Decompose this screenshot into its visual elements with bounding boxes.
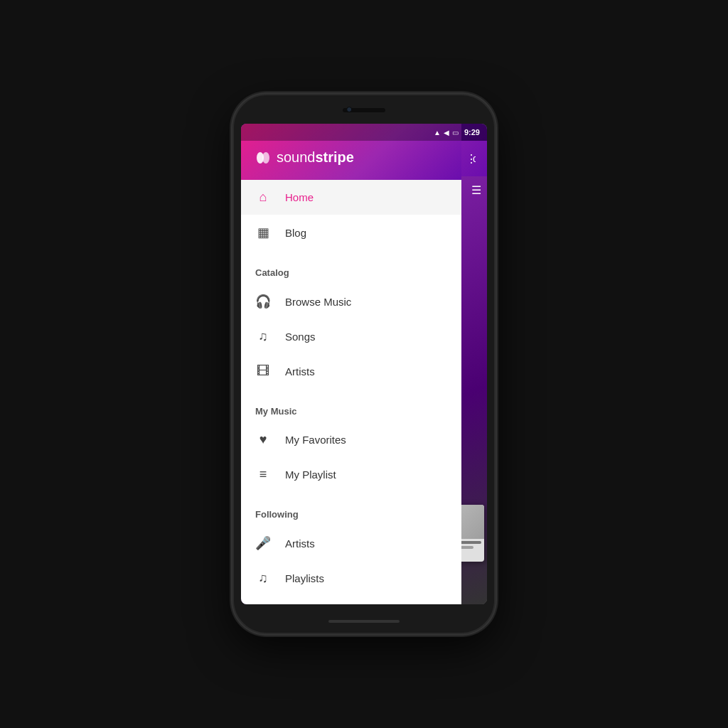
heart-icon: ♥ xyxy=(255,432,271,447)
blog-label: Blog xyxy=(285,227,306,239)
browse-music-label: Browse Music xyxy=(285,296,351,308)
phone-screen: ▲ ◀ ▭ 9:29 d Mu... ⋮ ☰ xyxy=(241,124,487,604)
songs-icon: ♫ xyxy=(255,329,271,344)
card-bar-2 xyxy=(461,546,473,549)
content-background: ☰ xyxy=(461,176,487,604)
menu-item-blog[interactable]: ▦ Blog xyxy=(241,215,461,250)
playlists-icon: ♫ xyxy=(255,571,271,586)
phone-device: ▲ ◀ ▭ 9:29 d Mu... ⋮ ☰ xyxy=(232,94,496,634)
battery-icon: ▭ xyxy=(452,129,459,136)
my-music-section-header: My Music xyxy=(241,395,461,422)
menu-item-my-favorites[interactable]: ♥ My Favorites xyxy=(241,422,461,457)
my-playlist-label: My Playlist xyxy=(285,469,336,481)
menu-item-home[interactable]: ⌂ Home xyxy=(241,180,461,215)
playlist-icon: ≡ xyxy=(255,467,271,482)
playlists-label: Playlists xyxy=(285,572,324,584)
my-favorites-label: My Favorites xyxy=(285,434,346,446)
artists-catalog-icon: 🎞 xyxy=(255,364,271,379)
phone-bottom-bar xyxy=(328,620,400,623)
home-label: Home xyxy=(285,191,314,203)
more-options-icon[interactable]: ⋮ xyxy=(466,152,477,166)
logo-text: soundstripe xyxy=(277,149,354,166)
songs-label: Songs xyxy=(285,331,316,343)
microphone-icon: 🎤 xyxy=(255,535,271,551)
menu-item-my-playlist[interactable]: ≡ My Playlist xyxy=(241,457,461,492)
following-section-header: Following xyxy=(241,498,461,525)
menu-item-following-artists[interactable]: 🎤 Artists xyxy=(241,525,461,561)
my-profile-section-header: My Profile xyxy=(241,601,461,604)
soundstripe-logo-icon xyxy=(255,150,271,166)
following-artists-label: Artists xyxy=(285,537,315,550)
phone-camera xyxy=(346,107,352,112)
main-content: ☰ xyxy=(461,176,487,604)
blog-icon: ▦ xyxy=(255,225,271,240)
background-card xyxy=(461,505,484,562)
svg-point-1 xyxy=(262,152,269,164)
card-bar-1 xyxy=(461,541,481,544)
artists-catalog-label: Artists xyxy=(285,365,315,378)
home-icon: ⌂ xyxy=(255,190,271,205)
status-time: 9:29 xyxy=(464,128,480,136)
menu-item-playlists[interactable]: ♫ Playlists xyxy=(241,561,461,596)
status-icons: ▲ ◀ ▭ 9:29 xyxy=(434,128,480,136)
navigation-drawer: soundstripe ⌂ Home ▦ Blog Catalog 🎧 Brow… xyxy=(241,124,461,604)
catalog-section-header: Catalog xyxy=(241,256,461,284)
menu-item-songs[interactable]: ♫ Songs xyxy=(241,319,461,354)
status-bar: ▲ ◀ ▭ 9:29 xyxy=(241,124,487,141)
hamburger-icon[interactable]: ☰ xyxy=(471,183,481,197)
card-image xyxy=(461,505,484,539)
wifi-icon: ▲ xyxy=(434,129,441,136)
menu-item-artists-catalog[interactable]: 🎞 Artists xyxy=(241,354,461,389)
menu-item-browse-music[interactable]: 🎧 Browse Music xyxy=(241,284,461,319)
headphones-icon: 🎧 xyxy=(255,294,271,309)
signal-icon: ◀ xyxy=(444,129,449,136)
